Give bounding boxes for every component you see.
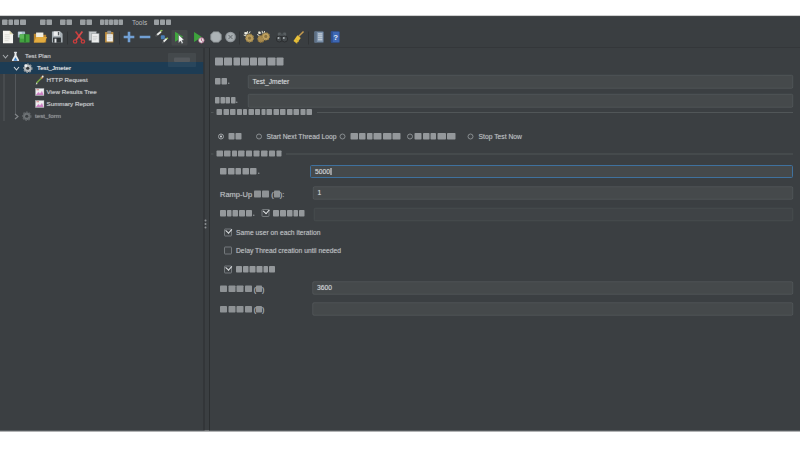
svg-text:?: ? — [333, 33, 338, 42]
